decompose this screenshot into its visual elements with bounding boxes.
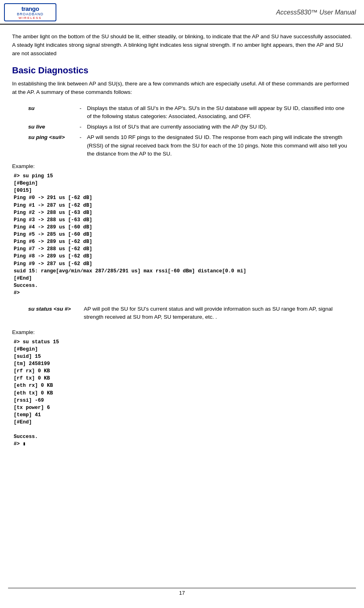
example1-section: Example: #> su ping 15 [#Begin] [0015] P…	[12, 163, 352, 298]
cmd-dash-3: -	[77, 132, 85, 159]
cmd-name-su: su	[12, 103, 77, 122]
table-row: su ping <su#> - AP will sends 10 RF ping…	[12, 132, 352, 159]
page-header: trango broadband WIRELESS Access5830™ Us…	[0, 0, 364, 25]
cmd-dash-2: -	[77, 122, 85, 132]
cmd-desc-su-ping: AP will sends 10 RF pings to the designa…	[85, 132, 352, 159]
section-heading: Basic Diagnostics	[12, 65, 352, 76]
logo: trango broadband WIRELESS	[4, 3, 56, 21]
logo-area: trango broadband WIRELESS	[4, 3, 56, 21]
table-row: su - Displays the status of all SU's in …	[12, 103, 352, 122]
table-row: su live - Displays a list of SU's that a…	[12, 122, 352, 132]
cmd-desc-su-status: AP will poll the SU for SU's current sta…	[81, 304, 352, 323]
logo-wireless: WIRELESS	[19, 16, 41, 20]
cmd-name-su-live: su live	[12, 122, 77, 132]
logo-trango: trango	[21, 5, 39, 12]
cmd-desc-su: Displays the status of all SU's in the A…	[85, 103, 352, 122]
intro-paragraph: The amber light on the bottom of the SU …	[12, 33, 352, 58]
commands-table: su - Displays the status of all SU's in …	[12, 103, 352, 160]
logo-broadband: broadband	[17, 12, 43, 16]
footer: 17	[8, 588, 356, 596]
su-status-table: su status <su #> AP will poll the SU for…	[12, 304, 352, 323]
example2-code: #> su status 15 [#Begin] [suid] 15 [tm] …	[12, 337, 352, 450]
header-title: Access5830™ User Manual	[276, 9, 356, 16]
page-number: 17	[179, 590, 185, 596]
cmd-dash-1: -	[77, 103, 85, 122]
cmd-name-su-ping: su ping <su#>	[12, 132, 77, 159]
example1-code: #> su ping 15 [#Begin] [0015] Ping #0 ->…	[12, 171, 352, 298]
section-intro: In establishing the link between AP and …	[12, 80, 352, 97]
example2-section: Example: #> su status 15 [#Begin] [suid]…	[12, 329, 352, 450]
example2-label: Example:	[12, 329, 352, 335]
main-content: The amber light on the bottom of the SU …	[0, 25, 364, 471]
cmd-spacer	[77, 304, 81, 323]
table-row: su status <su #> AP will poll the SU for…	[12, 304, 352, 323]
cmd-name-su-status: su status <su #>	[12, 304, 77, 323]
cmd-desc-su-live: Displays a list of SU's that are current…	[85, 122, 352, 132]
example1-label: Example:	[12, 163, 352, 169]
